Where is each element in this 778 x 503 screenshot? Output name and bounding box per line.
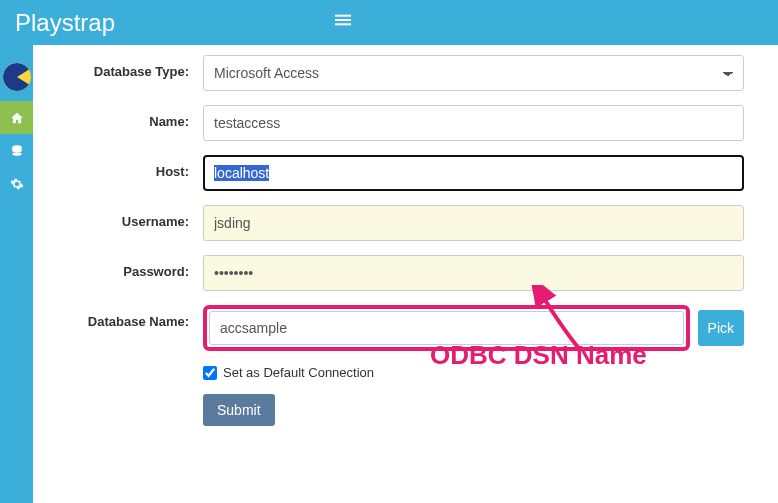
default-connection-checkbox[interactable] — [203, 366, 217, 380]
svg-point-7 — [12, 152, 21, 156]
dbname-highlight-box — [203, 305, 690, 351]
spacer2 — [83, 386, 203, 395]
sidebar-home[interactable] — [0, 101, 33, 134]
brand-title: Playstrap — [15, 9, 155, 37]
pick-button[interactable]: Pick — [698, 310, 744, 346]
svg-rect-2 — [335, 23, 351, 25]
default-connection-label: Set as Default Connection — [223, 365, 374, 380]
sidebar-settings[interactable] — [0, 167, 33, 200]
svg-rect-0 — [335, 15, 351, 17]
dbname-label: Database Name: — [83, 305, 203, 331]
dbtype-label: Database Type: — [83, 55, 203, 81]
host-input[interactable] — [203, 155, 744, 191]
sidebar — [0, 45, 33, 503]
hamburger-icon[interactable] — [335, 12, 351, 33]
pacman-icon — [3, 63, 31, 91]
username-label: Username: — [83, 205, 203, 231]
name-input[interactable] — [203, 105, 744, 141]
sidebar-database[interactable] — [0, 134, 33, 167]
dbname-input[interactable] — [209, 311, 684, 345]
svg-point-4 — [17, 68, 21, 72]
svg-point-6 — [12, 148, 21, 152]
svg-rect-1 — [335, 19, 351, 21]
username-input[interactable] — [203, 205, 744, 241]
password-input[interactable] — [203, 255, 744, 291]
submit-button[interactable]: Submit — [203, 394, 275, 426]
name-label: Name: — [83, 105, 203, 131]
password-label: Password: — [83, 255, 203, 281]
main-content: Database Type: Microsoft Access Name: Ho… — [33, 45, 778, 470]
connection-form: Database Type: Microsoft Access Name: Ho… — [83, 45, 758, 450]
host-label: Host: — [83, 155, 203, 181]
default-connection-row[interactable]: Set as Default Connection — [203, 365, 744, 380]
dbtype-select[interactable]: Microsoft Access — [203, 55, 744, 91]
topbar: Playstrap — [0, 0, 778, 45]
spacer — [83, 365, 203, 374]
